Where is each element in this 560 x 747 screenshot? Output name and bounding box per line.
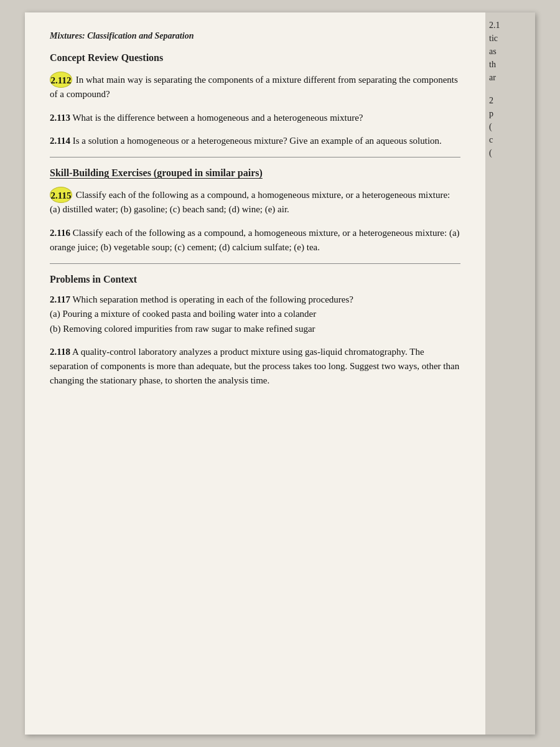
- problem-2118-number: 2.118: [50, 347, 70, 357]
- right-col-line-5: 2: [489, 94, 493, 107]
- problem-2115-text: Classify each of the following as a comp…: [50, 190, 450, 214]
- problem-2116-number: 2.116: [50, 228, 70, 238]
- problems-in-context-heading: Problems in Context: [50, 274, 460, 285]
- problem-2112-text: In what main way is separating the compo…: [50, 75, 458, 99]
- problem-2112-circle: 2.112: [50, 72, 72, 88]
- right-col-line-3: th: [489, 58, 496, 71]
- problem-2118: 2.118 A quality-control laboratory analy…: [50, 345, 460, 388]
- problem-2118-text: A quality-control laboratory analyzes a …: [50, 347, 459, 386]
- problem-2114-number: 2.114: [50, 136, 70, 146]
- problem-2112: 2.112 In what main way is separating the…: [50, 71, 460, 102]
- problem-2114-text: Is a solution a homogeneous or a heterog…: [73, 136, 442, 146]
- right-col-number: 2.1: [489, 19, 500, 32]
- concept-review-heading: Concept Review Questions: [50, 52, 460, 63]
- problem-2113-text: What is the difference between a homogen…: [72, 113, 363, 123]
- problem-2115: 2.115 Classify each of the following as …: [50, 186, 460, 217]
- problem-2113: 2.113 What is the difference between a h…: [50, 111, 460, 125]
- page: Mixtures: Classification and Separation …: [25, 12, 535, 735]
- right-col-line-6: p: [489, 107, 493, 120]
- right-column: 2.1 tic as th ar 2 p ( c (: [485, 12, 535, 735]
- right-col-line-2: as: [489, 45, 497, 58]
- chapter-title: Mixtures: Classification and Separation: [50, 31, 460, 41]
- right-col-line-8: c: [489, 133, 493, 146]
- right-col-line-7: (: [489, 120, 492, 133]
- skill-building-heading: Skill-Building Exercises (grouped in sim…: [50, 167, 460, 179]
- problem-2117-text: Which separation method is operating in …: [50, 294, 353, 334]
- problem-2115-circle: 2.115: [50, 187, 72, 203]
- problem-2116-text: Classify each of the following as a comp…: [50, 228, 460, 252]
- divider-1: [50, 157, 460, 157]
- right-col-line-4: ar: [489, 71, 496, 84]
- problem-2117: 2.117 Which separation method is operati…: [50, 293, 460, 336]
- divider-2: [50, 263, 460, 264]
- right-col-line-1: tic: [489, 32, 498, 45]
- skill-heading-text: Skill-Building Exercises (grouped in sim…: [50, 167, 263, 178]
- problem-2116: 2.116 Classify each of the following as …: [50, 226, 460, 255]
- problem-2114: 2.114 Is a solution a homogeneous or a h…: [50, 134, 460, 148]
- problem-2117-number: 2.117: [50, 294, 70, 304]
- main-content: Mixtures: Classification and Separation …: [50, 31, 460, 388]
- right-col-line-9: (: [489, 146, 492, 159]
- problem-2113-number: 2.113: [50, 113, 70, 123]
